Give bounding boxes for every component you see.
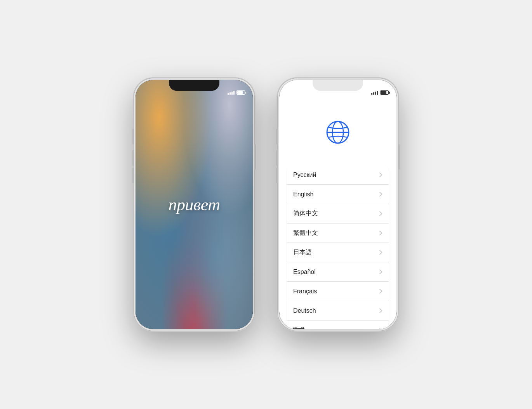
left-screen: привет	[136, 80, 253, 329]
signal-icon-right	[371, 90, 378, 95]
lang-item-traditional-chinese[interactable]: 繁體中文	[287, 224, 389, 243]
lang-name-hindi: हिन्दी	[293, 327, 304, 329]
lang-item-german[interactable]: Deutsch	[287, 301, 389, 321]
globe-icon-container	[279, 119, 396, 146]
notch-right	[313, 80, 363, 91]
lang-item-russian[interactable]: Русский	[287, 165, 389, 185]
chevron-icon-russian	[379, 172, 382, 177]
lang-name-german: Deutsch	[293, 307, 316, 314]
left-phone: привет	[134, 78, 254, 331]
lang-name-french: Français	[293, 288, 317, 295]
lang-name-english: English	[293, 191, 313, 198]
chevron-icon-spanish	[379, 269, 382, 274]
chevron-icon-japanese	[379, 250, 382, 255]
battery-icon-left	[236, 90, 245, 95]
lang-name-traditional-chinese: 繁體中文	[293, 229, 318, 237]
chevron-icon-simplified-chinese	[379, 211, 382, 216]
lang-item-japanese[interactable]: 日本語	[287, 243, 389, 262]
notch-left	[169, 80, 219, 91]
language-list: РусскийEnglish简体中文繁體中文日本語EspañolFrançais…	[287, 165, 389, 329]
lang-item-english[interactable]: English	[287, 185, 389, 204]
chevron-icon-hindi	[379, 328, 382, 329]
right-phone: РусскийEnglish简体中文繁體中文日本語EspañolFrançais…	[278, 78, 398, 331]
right-screen: РусскийEnglish简体中文繁體中文日本語EspañolFrançais…	[279, 80, 396, 329]
chevron-icon-traditional-chinese	[379, 230, 382, 236]
lang-name-spanish: Español	[293, 269, 316, 276]
chevron-icon-german	[379, 308, 382, 313]
globe-icon	[324, 119, 351, 146]
lang-item-french[interactable]: Français	[287, 282, 389, 301]
chevron-icon-english	[379, 192, 382, 197]
lang-item-simplified-chinese[interactable]: 简体中文	[287, 204, 389, 224]
lang-item-spanish[interactable]: Español	[287, 262, 389, 282]
lang-name-russian: Русский	[293, 172, 316, 179]
chevron-icon-french	[379, 289, 382, 294]
status-icons-left	[228, 90, 245, 95]
lang-name-simplified-chinese: 简体中文	[293, 210, 318, 218]
signal-icon-left	[228, 90, 235, 95]
lang-item-hindi[interactable]: हिन्दी	[287, 321, 389, 329]
greeting-text: привет	[169, 195, 220, 215]
battery-icon-right	[380, 90, 389, 95]
lang-name-japanese: 日本語	[293, 248, 312, 256]
status-icons-right	[371, 90, 389, 95]
